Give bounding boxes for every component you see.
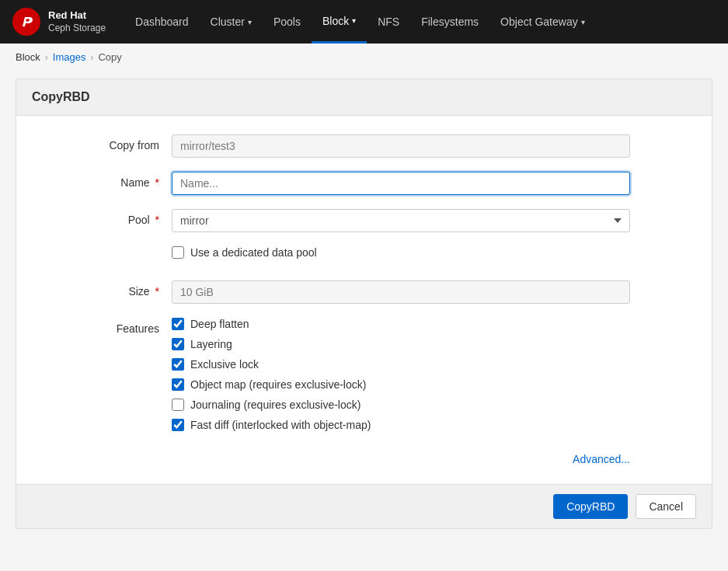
dedicated-pool-label[interactable]: Use a dedicated data pool — [190, 246, 317, 259]
breadcrumb-copy: Copy — [98, 51, 121, 63]
advanced-link[interactable]: Advanced... — [573, 453, 630, 465]
features-container: Deep flattenLayeringExclusive lockObject… — [172, 318, 630, 431]
dedicated-pool-row: Use a dedicated data pool — [32, 246, 696, 266]
nav-filesystems[interactable]: Filesystems — [410, 0, 489, 44]
copy-from-group: Copy from — [32, 134, 696, 158]
nav-block-chevron: ▾ — [352, 16, 356, 25]
pool-required: * — [152, 214, 159, 226]
name-wrap — [172, 172, 630, 195]
nav-block-label: Block — [322, 15, 349, 27]
name-label: Name * — [32, 172, 172, 189]
breadcrumb-block: Block — [16, 51, 40, 63]
breadcrumb: Block › Images › Copy — [0, 44, 728, 71]
feature-item: Fast diff (interlocked with object-map) — [172, 419, 630, 431]
feature-label-object-map[interactable]: Object map (requires exclusive-lock) — [190, 378, 366, 391]
feature-checkbox-journaling[interactable] — [172, 399, 184, 411]
nav-object-gateway-label: Object Gateway — [500, 16, 578, 28]
features-label: Features — [32, 318, 172, 335]
dedicated-pool-checkbox-item: Use a dedicated data pool — [172, 246, 317, 259]
nav-cluster-label: Cluster — [211, 16, 245, 28]
name-group: Name * — [32, 172, 696, 195]
pool-select[interactable]: mirror — [172, 209, 630, 232]
feature-label-journaling[interactable]: Journaling (requires exclusive-lock) — [190, 399, 361, 411]
dedicated-pool-checkbox[interactable] — [172, 246, 184, 259]
brand-product: Ceph Storage — [48, 23, 106, 35]
nav-dashboard[interactable]: Dashboard — [124, 0, 200, 44]
nav-filesystems-label: Filesystems — [421, 16, 479, 28]
feature-checkbox-object-map[interactable] — [172, 378, 184, 391]
size-required: * — [152, 285, 159, 298]
features-wrap: Deep flattenLayeringExclusive lockObject… — [172, 318, 630, 439]
navbar: Red Hat Ceph Storage Dashboard Cluster ▾… — [0, 0, 728, 44]
size-wrap — [172, 280, 630, 304]
breadcrumb-images[interactable]: Images — [53, 51, 86, 63]
feature-item: Object map (requires exclusive-lock) — [172, 378, 630, 391]
copy-rbd-card: CopyRBD Copy from Name * — [16, 78, 712, 529]
copy-from-input — [172, 134, 630, 158]
nav-cluster-chevron: ▾ — [248, 18, 252, 26]
brand: Red Hat Ceph Storage — [12, 8, 106, 36]
feature-item: Deep flatten — [172, 318, 630, 330]
feature-checkbox-deep-flatten[interactable] — [172, 318, 184, 330]
pool-label: Pool * — [32, 209, 172, 226]
pool-group: Pool * mirror — [32, 209, 696, 232]
copy-rbd-button[interactable]: CopyRBD — [553, 494, 628, 519]
breadcrumb-sep-2: › — [90, 52, 93, 63]
nav-dashboard-label: Dashboard — [135, 16, 189, 28]
feature-label-exclusive-lock[interactable]: Exclusive lock — [190, 358, 259, 371]
pool-wrap: mirror — [172, 209, 630, 232]
card-title: CopyRBD — [16, 79, 712, 116]
nav-object-gateway-chevron: ▾ — [581, 18, 585, 26]
feature-item: Exclusive lock — [172, 358, 630, 371]
feature-label-fast-diff[interactable]: Fast diff (interlocked with object-map) — [190, 419, 371, 431]
feature-checkbox-fast-diff[interactable] — [172, 419, 184, 431]
nav-nfs[interactable]: NFS — [367, 0, 410, 44]
feature-checkbox-exclusive-lock[interactable] — [172, 358, 184, 371]
nav-pools-label: Pools — [273, 16, 301, 28]
nav-object-gateway[interactable]: Object Gateway ▾ — [489, 0, 596, 44]
breadcrumb-sep-1: › — [45, 52, 48, 63]
nav-pools[interactable]: Pools — [263, 0, 312, 44]
size-group: Size * — [32, 280, 696, 304]
advanced-link-row: Advanced... — [32, 453, 630, 465]
size-label: Size * — [32, 280, 172, 298]
card-body: Copy from Name * Pool * — [16, 116, 712, 484]
nav-items: Dashboard Cluster ▾ Pools Block ▾ NFS Fi… — [124, 0, 596, 44]
feature-item: Journaling (requires exclusive-lock) — [172, 399, 630, 411]
nav-cluster[interactable]: Cluster ▾ — [200, 0, 263, 44]
brand-name: Red Hat — [48, 9, 106, 23]
features-group: Features Deep flattenLayeringExclusive l… — [32, 318, 696, 439]
nav-block[interactable]: Block ▾ — [312, 0, 367, 44]
main-content: CopyRBD Copy from Name * — [0, 71, 728, 545]
feature-label-deep-flatten[interactable]: Deep flatten — [190, 318, 249, 330]
name-required: * — [152, 176, 159, 189]
nav-nfs-label: NFS — [378, 16, 399, 28]
redhat-logo — [12, 8, 40, 36]
copy-from-label: Copy from — [32, 134, 172, 151]
cancel-button[interactable]: Cancel — [636, 494, 696, 519]
feature-checkbox-layering[interactable] — [172, 338, 184, 350]
feature-item: Layering — [172, 338, 630, 350]
name-input[interactable] — [172, 172, 630, 195]
copy-from-wrap — [172, 134, 630, 158]
feature-label-layering[interactable]: Layering — [190, 338, 232, 350]
card-footer: CopyRBD Cancel — [16, 484, 712, 528]
size-input — [172, 280, 630, 304]
